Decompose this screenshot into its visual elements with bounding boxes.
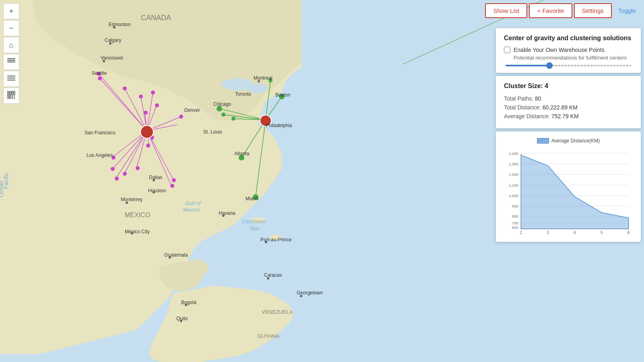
svg-text:Ocean: Ocean	[0, 181, 4, 197]
svg-text:Georgetown: Georgetown	[297, 290, 323, 296]
svg-rect-115	[7, 80, 15, 80]
svg-point-49	[170, 184, 174, 188]
own-warehouse-checkbox[interactable]	[504, 47, 510, 53]
svg-text:Chicago: Chicago	[213, 101, 231, 107]
avg-distance-label: Average Distance:	[504, 113, 550, 119]
svg-point-41	[111, 167, 115, 171]
svg-point-89	[267, 277, 269, 280]
legend-color-box	[537, 138, 549, 144]
toolbar: Show List + Favorite Settings Toggle	[485, 3, 641, 18]
svg-text:Monterrey: Monterrey	[121, 197, 142, 202]
slider-dots	[549, 65, 631, 66]
svg-text:Caracas: Caracas	[264, 272, 282, 278]
svg-point-37	[151, 90, 155, 95]
slider-track[interactable]	[506, 65, 631, 66]
svg-point-99	[180, 320, 182, 322]
svg-point-77	[113, 26, 116, 29]
svg-text:Dallas: Dallas	[149, 175, 162, 180]
svg-text:St. Louis: St. Louis	[203, 129, 222, 135]
legend-label: Average Distance(KM)	[551, 138, 600, 144]
svg-text:GUYANA: GUYANA	[258, 333, 279, 339]
chart-svg: 1,400 1,300 1,200 1,100 1,000 900 800 70…	[504, 147, 633, 235]
slider-fill	[506, 65, 549, 66]
svg-rect-123	[14, 95, 15, 97]
svg-point-52	[221, 113, 225, 117]
svg-point-46	[146, 144, 150, 148]
left-toolbar: + − ⌂	[3, 3, 19, 104]
avg-distance-stat: Average Distance: 752.79 KM	[504, 113, 633, 119]
svg-text:1,100: 1,100	[509, 183, 518, 187]
svg-rect-125	[14, 97, 15, 99]
svg-point-43	[123, 172, 127, 176]
menu-button[interactable]	[3, 71, 19, 87]
svg-text:Atlanta: Atlanta	[234, 151, 250, 156]
svg-text:5: 5	[601, 230, 603, 235]
slider-thumb[interactable]	[546, 62, 553, 69]
svg-text:4: 4	[574, 230, 576, 235]
zoom-in-icon: +	[9, 7, 14, 16]
zoom-in-button[interactable]: +	[3, 3, 19, 19]
svg-text:2: 2	[520, 230, 522, 235]
home-button[interactable]: ⌂	[3, 37, 19, 53]
svg-rect-113	[7, 76, 15, 76]
svg-point-73	[258, 80, 260, 82]
svg-text:Denver: Denver	[184, 107, 200, 113]
total-paths-stat: Total Paths: 80	[504, 95, 633, 102]
toggle-button[interactable]: Toggle	[613, 4, 641, 17]
favorite-button[interactable]: + Favorite	[529, 3, 572, 18]
svg-text:Mexico: Mexico	[183, 207, 200, 213]
svg-point-53	[231, 117, 235, 121]
svg-point-81	[126, 202, 128, 204]
svg-rect-114	[7, 78, 15, 78]
gravity-slider-container	[504, 65, 633, 66]
svg-rect-122	[12, 95, 13, 97]
svg-point-79	[109, 42, 111, 45]
svg-text:600: 600	[512, 225, 518, 230]
svg-point-87	[185, 304, 187, 306]
svg-text:Los Angeles: Los Angeles	[87, 152, 113, 158]
svg-point-48	[172, 178, 176, 182]
layers-button[interactable]	[3, 54, 19, 70]
right-panel: Center of gravity and clustering solutio…	[496, 28, 641, 242]
svg-text:800: 800	[512, 214, 518, 218]
total-paths-value: 80	[535, 95, 541, 102]
svg-text:MÉXICO: MÉXICO	[125, 211, 150, 218]
avg-distance-value: 752.79 KM	[551, 113, 579, 119]
svg-text:Sea: Sea	[250, 225, 259, 231]
svg-point-91	[300, 295, 302, 297]
cluster-title: Cluster Size: 4	[504, 82, 633, 90]
gravity-panel: Center of gravity and clustering solutio…	[496, 28, 641, 73]
svg-text:Calgary: Calgary	[105, 37, 121, 43]
svg-text:CANADA: CANADA	[141, 14, 171, 22]
svg-rect-119	[12, 92, 14, 94]
svg-rect-124	[12, 97, 13, 99]
svg-text:700: 700	[512, 221, 518, 225]
svg-text:Havana: Havana	[219, 210, 235, 216]
svg-text:Gulf of: Gulf of	[185, 200, 201, 206]
svg-text:Guatemala: Guatemala	[164, 252, 188, 258]
svg-text:Montreal: Montreal	[254, 75, 272, 81]
svg-text:Edmonton: Edmonton	[109, 22, 131, 27]
svg-point-85	[169, 256, 171, 259]
svg-text:1,300: 1,300	[509, 162, 518, 166]
own-warehouse-label[interactable]: Enable Your Own Warehouse Points	[514, 47, 605, 53]
svg-point-93	[222, 214, 225, 217]
qr-button[interactable]	[3, 88, 19, 104]
total-distance-value: 60,222.89 KM	[543, 104, 578, 111]
svg-text:Miami: Miami	[246, 196, 258, 202]
gravity-sub-label: Potential recommendations for fulfillmen…	[514, 55, 633, 61]
svg-text:Seattle: Seattle	[92, 70, 107, 76]
home-icon: ⌂	[9, 41, 14, 49]
svg-point-35	[123, 86, 127, 90]
svg-text:Houston: Houston	[148, 188, 166, 193]
svg-text:3: 3	[547, 230, 549, 235]
svg-text:San Francisco: San Francisco	[85, 130, 116, 136]
gravity-panel-title: Center of gravity and clustering solutio…	[504, 35, 633, 42]
zoom-out-button[interactable]: −	[3, 20, 19, 36]
total-distance-label: Total Distance:	[504, 104, 541, 111]
settings-button[interactable]: Settings	[574, 3, 612, 18]
show-list-button[interactable]: Show List	[485, 3, 527, 18]
svg-point-39	[144, 111, 148, 115]
svg-text:Vancouver: Vancouver	[101, 55, 123, 61]
cluster-panel: Cluster Size: 4 Total Paths: 80 Total Di…	[496, 76, 641, 128]
